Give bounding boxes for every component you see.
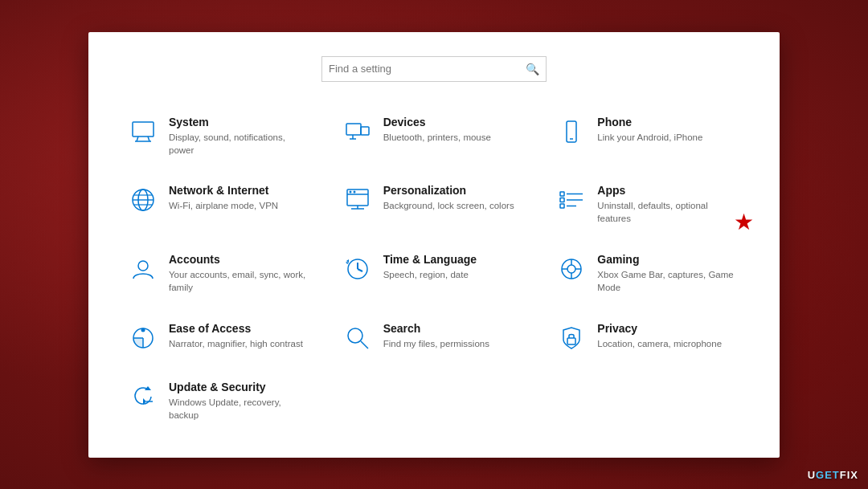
settings-item-ease[interactable]: Ease of AccessNarrator, magnifier, high … [121,312,319,365]
settings-item-accounts[interactable]: AccountsYour accounts, email, sync, work… [121,243,319,306]
privacy-icon [557,324,586,352]
settings-title-phone: Phone [597,116,739,128]
svg-line-87 [361,341,368,348]
search-bar[interactable]: 🔍 [321,56,547,82]
svg-point-71 [138,261,148,271]
phone-icon [557,117,586,146]
settings-text-gaming: GamingXbox Game Bar, captures, Game Mode [597,253,739,294]
settings-text-search: SearchFind my files, permissions [383,322,526,350]
settings-text-system: SystemDisplay, sound, notifications, pow… [169,116,311,157]
svg-rect-44 [133,122,154,137]
system-icon [129,117,158,146]
watermark: UGETFIX [808,469,858,481]
ease-icon [129,324,158,352]
svg-point-84 [141,328,145,332]
settings-title-network: Network & Internet [169,184,311,197]
svg-rect-48 [346,124,361,135]
settings-text-accounts: AccountsYour accounts, email, sync, work… [169,253,311,294]
settings-desc-ease: Narrator, magnifier, high contrast [169,337,311,350]
settings-desc-gaming: Xbox Game Bar, captures, Game Mode [597,268,739,294]
settings-title-personalization: Personalization [383,184,526,197]
apps-icon [557,185,586,214]
svg-line-74 [358,269,362,271]
settings-desc-time: Speech, region, date [383,268,526,281]
red-star-icon: ★ [734,211,754,234]
settings-title-update: Update & Security [169,381,311,393]
search-input[interactable] [329,63,526,75]
settings-desc-privacy: Location, camera, microphone [597,337,739,350]
settings-text-time: Time & LanguageSpeech, region, date [383,253,526,281]
settings-title-apps: Apps [597,184,739,197]
accounts-icon [129,255,158,283]
settings-text-network: Network & InternetWi-Fi, airplane mode, … [169,184,311,212]
settings-item-update[interactable]: Update & SecurityWindows Update, recover… [121,371,319,434]
settings-item-network[interactable]: Network & InternetWi-Fi, airplane mode, … [121,174,319,237]
svg-line-45 [137,137,138,141]
svg-rect-69 [560,204,564,208]
settings-title-privacy: Privacy [597,322,739,335]
svg-point-62 [353,191,355,194]
svg-point-78 [567,265,575,273]
settings-item-system[interactable]: SystemDisplay, sound, notifications, pow… [121,106,319,169]
settings-title-accounts: Accounts [169,253,311,266]
time-icon [343,255,372,283]
svg-point-61 [349,191,351,194]
gaming-icon [557,255,586,283]
settings-text-devices: DevicesBluetooth, printers, mouse [383,116,526,144]
settings-desc-phone: Link your Android, iPhone [597,131,739,144]
svg-rect-67 [560,198,564,202]
settings-text-apps: AppsUninstall, defaults, optional featur… [597,184,739,225]
settings-item-personalization[interactable]: PersonalizationBackground, lock screen, … [335,174,534,237]
personalization-icon [343,185,372,214]
settings-grid: SystemDisplay, sound, notifications, pow… [121,106,747,434]
svg-rect-65 [560,192,564,196]
settings-text-personalization: PersonalizationBackground, lock screen, … [383,184,526,212]
settings-desc-search: Find my files, permissions [383,337,526,350]
settings-window: 🔍 SystemDisplay, sound, notifications, p… [88,32,780,458]
settings-title-time: Time & Language [383,253,526,266]
settings-title-search: Search [383,322,526,335]
settings-title-gaming: Gaming [597,253,739,266]
settings-desc-personalization: Background, lock screen, colors [383,199,526,212]
svg-point-86 [348,328,362,343]
settings-item-gaming[interactable]: GamingXbox Game Bar, captures, Game Mode [549,243,747,306]
update-icon [129,382,158,411]
settings-text-ease: Ease of AccessNarrator, magnifier, high … [169,322,311,350]
settings-desc-update: Windows Update, recovery, backup [169,396,311,422]
settings-item-devices[interactable]: DevicesBluetooth, printers, mouse [335,106,534,169]
settings-item-apps[interactable]: AppsUninstall, defaults, optional featur… [549,174,747,237]
settings-item-time[interactable]: Time & LanguageSpeech, region, date [335,243,534,306]
settings-desc-devices: Bluetooth, printers, mouse [383,131,526,144]
settings-text-phone: PhoneLink your Android, iPhone [597,116,739,144]
search-icon: 🔍 [526,63,539,75]
settings-text-privacy: PrivacyLocation, camera, microphone [597,322,739,350]
settings-title-ease: Ease of Access [169,322,311,335]
settings-title-devices: Devices [383,116,526,128]
settings-desc-network: Wi-Fi, airplane mode, VPN [169,199,311,212]
settings-desc-accounts: Your accounts, email, sync, work, family [169,268,311,294]
settings-desc-system: Display, sound, notifications, power [169,131,311,157]
settings-desc-apps: Uninstall, defaults, optional features [597,199,739,225]
svg-rect-49 [361,127,369,135]
settings-item-privacy[interactable]: PrivacyLocation, camera, microphone [549,312,747,365]
svg-rect-88 [567,338,575,344]
network-icon [129,185,158,214]
settings-title-system: System [169,116,311,128]
settings-item-phone[interactable]: PhoneLink your Android, iPhone [549,106,747,169]
devices-icon [343,117,372,146]
search-icon [343,324,372,352]
settings-text-update: Update & SecurityWindows Update, recover… [169,381,311,422]
settings-item-search[interactable]: SearchFind my files, permissions [335,312,534,365]
svg-line-46 [148,137,149,141]
search-bar-container: 🔍 [121,56,747,82]
